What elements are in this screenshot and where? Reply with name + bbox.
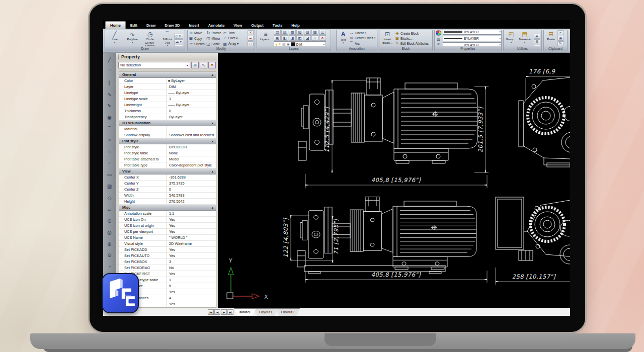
property-row[interactable]: Plot style table None — [119, 150, 216, 156]
left-toolbar-icon[interactable]: ◇ — [108, 193, 112, 204]
layout-tab[interactable]: Layout1 — [254, 308, 278, 316]
property-row[interactable]: Linetype scale 1 — [119, 96, 216, 102]
property-row[interactable]: Set PICKADD Yes — [119, 247, 216, 253]
property-row[interactable]: Shadow display Shadows cast and received — [119, 132, 216, 138]
draw-tool-button[interactable]: ╱ Line ▾ — [106, 31, 123, 46]
annotation-tool-button[interactable]: ↔ Linear ▾ — [349, 31, 375, 35]
layers-manager-button[interactable]: ≡ Layers... — [258, 31, 273, 46]
quick-select-button[interactable]: ▼ — [208, 62, 216, 68]
left-toolbar-icon[interactable]: ⊕ — [107, 239, 111, 250]
modify-side-button[interactable]: ✕ — [248, 30, 254, 35]
left-toolbar-icon[interactable]: ╱ — [108, 54, 111, 66]
draw-mini-button[interactable]: ◇ ▾ — [174, 34, 183, 39]
property-row[interactable]: Lineweight —— ByLayer — [119, 102, 216, 108]
layer-tool-button[interactable]: ◩ — [296, 35, 303, 41]
annotation-tool-button[interactable]: ⌒ Arc — [349, 41, 375, 46]
left-toolbar-icon[interactable]: ✎ — [107, 101, 111, 112]
property-row[interactable]: Plot table attached to Model — [119, 156, 216, 162]
layer-tool-button[interactable]: ▨ — [304, 30, 311, 35]
menu-tab[interactable]: Tools — [268, 22, 287, 29]
chevron-down-icon[interactable]: ▾ — [114, 41, 116, 44]
draw-mini-button[interactable]: ☁ ▾ — [174, 39, 183, 44]
property-row[interactable]: UCS Name " WORLD " — [119, 235, 216, 241]
bylayer-combo[interactable]: BYLAYER ▾ — [443, 36, 502, 41]
left-toolbar-icon[interactable]: ▨ — [107, 181, 112, 193]
modify-side-button[interactable]: ▰ — [248, 36, 254, 41]
clipboard-side-button[interactable]: ✂ — [557, 30, 564, 35]
layer-tool-button[interactable]: ✕ — [319, 35, 326, 41]
left-toolbar-icon[interactable]: ◎ — [107, 227, 112, 239]
property-row[interactable]: View — [119, 168, 216, 174]
modify-tool-button[interactable]: ⊕ Move — [189, 30, 205, 35]
layer-tool-button[interactable]: ▧ — [296, 30, 303, 35]
left-toolbar-icon[interactable]: ▭ — [107, 169, 112, 181]
property-row[interactable]: Visual style 2D Wireframe — [119, 241, 216, 247]
layer-tool-button[interactable]: ◧ — [281, 35, 288, 41]
model-space-canvas[interactable]: 112,5 [4,429"] 201,5 [7,933"] 405,8 [15,… — [218, 54, 570, 308]
property-row[interactable]: General — [119, 72, 216, 78]
tab-nav-button[interactable]: ▶ — [221, 309, 227, 315]
tab-nav-button[interactable]: |◀ — [208, 309, 214, 315]
draw-tool-button[interactable]: ∿ Polyline ▾ — [124, 31, 141, 46]
property-row[interactable]: Width 546.5783 — [119, 193, 216, 199]
property-row[interactable]: Layer DIM — [119, 84, 216, 90]
menu-tab[interactable]: Home — [105, 21, 126, 29]
property-row[interactable]: Transparency ByLayer — [119, 114, 216, 120]
bylayer-combo[interactable]: BYLAYER ▾ — [443, 30, 502, 35]
left-toolbar-icon[interactable]: ∿ — [107, 89, 111, 101]
left-toolbar-icon[interactable]: ⌒ — [107, 66, 112, 77]
chevron-down-icon[interactable]: ▾ — [511, 41, 512, 44]
select-objects-button[interactable]: ↖ — [200, 62, 207, 68]
utility-button[interactable]: ▤ Measure ▾ — [518, 31, 531, 46]
utility-side-button[interactable]: ⊞ — [534, 39, 540, 44]
clipboard-side-button[interactable]: ▣ — [557, 36, 564, 41]
left-toolbar-icon[interactable]: ▫ — [109, 158, 111, 169]
chevron-down-icon[interactable]: ▾ — [524, 41, 526, 44]
insert-block-button[interactable]: ⊡ Insert Block... — [380, 31, 394, 46]
property-row[interactable]: Color ■ ByLayer — [119, 78, 216, 84]
layer-tool-button[interactable]: ▣ — [274, 35, 281, 41]
menu-tab[interactable]: Help — [287, 22, 304, 29]
modify-tool-button[interactable]: ✂ Trim — [223, 30, 239, 35]
property-row[interactable]: Set PICKAUTO Yes — [119, 253, 216, 259]
modify-tool-button[interactable]: ◜ Fillet ▾ — [223, 36, 239, 41]
menu-tab[interactable]: Insert — [184, 22, 203, 29]
layer-tool-button[interactable]: ▩ — [311, 30, 318, 35]
left-toolbar-icon[interactable]: ∥ — [108, 77, 111, 89]
menu-tab[interactable]: Edit — [126, 22, 142, 29]
left-toolbar-icon[interactable]: ▱ — [108, 204, 112, 216]
property-row[interactable]: Misc — [119, 205, 216, 211]
layer-tool-button[interactable]: ▤ — [274, 30, 281, 35]
property-row[interactable]: Center X -361.6289 — [119, 174, 216, 181]
property-row[interactable]: UCS per viewport Yes — [119, 229, 216, 235]
property-row[interactable]: 3D Visualisation — [119, 120, 216, 126]
modify-tool-button[interactable]: ◫ Mirror — [206, 36, 221, 41]
chevron-down-icon[interactable]: ▾ — [187, 63, 188, 67]
property-row[interactable]: UCS icon On Yes — [119, 217, 216, 223]
menu-tab[interactable]: Draw — [142, 22, 160, 29]
layer-tool-button[interactable]: ▦ — [289, 30, 296, 35]
property-row[interactable]: Set PICKDRAG No — [119, 265, 216, 271]
tab-nav-button[interactable]: ▶| — [227, 309, 233, 315]
property-row[interactable]: Center Y 375.3735 — [119, 181, 216, 187]
annotation-tool-button[interactable]: ⊕ Center Lines ▾ — [349, 36, 375, 40]
layer-tool-button[interactable]: ◫ — [319, 30, 326, 35]
menu-tab[interactable]: Draw 3D — [160, 22, 184, 29]
chevron-down-icon[interactable]: ▾ — [499, 30, 501, 33]
left-toolbar-icon[interactable]: ○ — [108, 135, 111, 146]
property-row[interactable]: Plot style — [119, 138, 216, 144]
color-wheel-icon[interactable] — [436, 30, 441, 36]
paste-button[interactable]: ⊟ Paste — [545, 31, 557, 46]
layout-tab[interactable]: Layout2 — [275, 308, 300, 316]
property-row[interactable]: Linetype —— ByLayer — [119, 90, 216, 96]
block-tool-button[interactable]: ✎ Edit Block Attributes — [395, 41, 429, 46]
chevron-down-icon[interactable]: ▾ — [343, 42, 344, 44]
utility-button[interactable]: ◰ Group... ▾ — [505, 31, 518, 46]
modify-tool-button[interactable]: ↻ Rotate — [206, 30, 221, 35]
left-toolbar-icon[interactable]: ⌒ — [107, 123, 112, 135]
layout-tab[interactable]: Model — [234, 308, 256, 316]
layer-tool-button[interactable]: ◨ — [289, 35, 296, 41]
property-row[interactable]: Plot style BYCOLOR — [119, 144, 216, 150]
property-row[interactable]: Plot table type Color-dependent plot sty… — [119, 162, 216, 168]
pickadd-toggle-button[interactable]: ⊕ — [191, 62, 199, 68]
